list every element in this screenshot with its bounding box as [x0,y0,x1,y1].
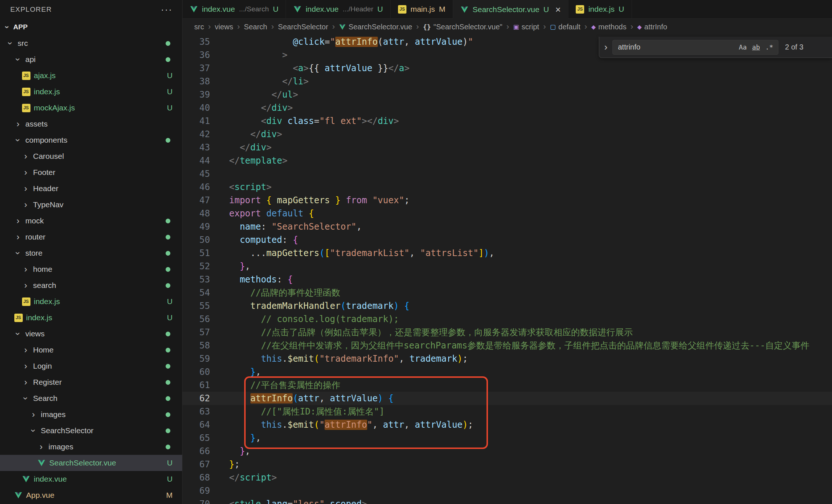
tree-item-app-vue[interactable]: App.vueM [0,487,182,503]
code-line-60[interactable]: 60 }, [182,365,832,379]
code-line-65[interactable]: 65 }, [182,431,832,445]
tree-item-typenav[interactable]: ›TypeNav [0,197,182,213]
tree-item-images[interactable]: ›images [0,406,182,423]
tree-item-router[interactable]: ›router [0,229,182,245]
code-line-54[interactable]: 54 //品牌的事件处理函数 [182,286,832,299]
code-line-68[interactable]: 68</script> [182,471,832,484]
code-line-53[interactable]: 53 methods: { [182,273,832,286]
code-line-37[interactable]: 37 <a>{{ attrValue }}</a> [182,62,832,75]
tree-item-search[interactable]: ›search [0,277,182,293]
tree-item-mockajax-js[interactable]: JSmockAjax.jsU [0,100,182,116]
tree-item-images[interactable]: ›images [0,439,182,455]
breadcrumb-item-attrinfo[interactable]: ◆attrInfo [637,23,668,31]
tree-item-home[interactable]: ›Home [0,342,182,358]
breadcrumb-label: methods [598,23,627,31]
tree-item-login[interactable]: ›Login [0,358,182,374]
code-line-56[interactable]: 56 // console.log(trademark); [182,313,832,326]
chevron-down-icon: › [29,426,38,436]
more-actions-icon[interactable]: ··· [161,4,173,15]
breadcrumb-item-script[interactable]: ▣script [513,23,539,31]
code-line-45[interactable]: 45 [182,167,832,180]
tree-item-index-js[interactable]: JSindex.jsU [0,84,182,100]
chevron-right-icon: › [21,346,31,354]
code-line-52[interactable]: 52 }, [182,260,832,273]
tree-item-searchselector[interactable]: ›SearchSelector [0,423,182,439]
line-content: <a>{{ attrValue }}</a> [210,62,409,75]
tree-item-carousel[interactable]: ›Carousel [0,148,182,164]
code-line-41[interactable]: 41 <div class="fl ext"></div> [182,114,832,128]
tree-item-label: search [33,281,56,290]
match-case-button[interactable]: Aa [736,41,749,53]
regex-button[interactable]: .* [763,41,776,53]
code-line-51[interactable]: 51 ...mapGetters(["trademarkList", "attr… [182,246,832,260]
tree-item-register[interactable]: ›Register [0,374,182,390]
code-line-43[interactable]: 43 </div> [182,141,832,154]
code-line-62[interactable]: 62 attrInfo(attr, attrValue) { [182,392,832,405]
code-line-59[interactable]: 59 this.$emit("trademarkInfo", trademark… [182,352,832,365]
tree-item-searchselector-vue[interactable]: SearchSelector.vueU [0,455,182,471]
line-content: //平台售卖属性的操作 [210,379,340,392]
code-line-40[interactable]: 40 </div> [182,101,832,114]
find-toggle-replace-icon[interactable]: › [599,41,612,53]
tab-index-vue-0[interactable]: index.vue.../SearchU [182,0,286,18]
breadcrumb-item-searchselector-vue[interactable]: {}"SearchSelector.vue" [423,23,502,31]
tab-main-js-2[interactable]: JSmain.jsM [391,0,453,18]
tree-item-assets[interactable]: ›assets [0,116,182,132]
code-line-48[interactable]: 48export default { [182,207,832,220]
tree-item-label: components [25,136,67,145]
code-line-49[interactable]: 49 name: "SearchSelector", [182,220,832,233]
code-line-64[interactable]: 64 this.$emit("attrInfo", attr, attrValu… [182,418,832,431]
code-line-39[interactable]: 39 </ul> [182,88,832,101]
explorer-section-app[interactable]: › APP [0,19,182,35]
code-line-67[interactable]: 67}; [182,458,832,471]
tree-item-index-js[interactable]: JSindex.jsU [0,310,182,326]
breadcrumb-item-search[interactable]: Search [244,23,267,31]
tree-item-home[interactable]: ›home [0,261,182,277]
breadcrumb-item-searchselector-vue[interactable]: SearchSelector.vue [339,23,412,31]
code-line-57[interactable]: 57 //点击了品牌（例如点击苹果），还是需要整理参数，向服务器发请求获取相应的… [182,326,832,339]
code-line-44[interactable]: 44</template> [182,154,832,167]
breadcrumb-item-views[interactable]: views [215,23,233,31]
tree-item-components[interactable]: ›components [0,132,182,148]
tree-item-index-vue[interactable]: index.vueU [0,471,182,487]
code-line-47[interactable]: 47import { mapGetters } from "vuex"; [182,194,832,207]
tab-label: main.js [410,5,435,14]
tree-item-header[interactable]: ›Header [0,180,182,197]
tree-item-label: Carousel [33,152,64,161]
code-editor[interactable]: 35 @click="attrInfo(attr, attrValue)"36 … [182,35,832,504]
code-line-63[interactable]: 63 //["属性ID:属性值:属性名"] [182,405,832,418]
code-line-66[interactable]: 66 }, [182,445,832,458]
code-line-70[interactable]: 70<style lang="less" scoped> [182,497,832,504]
tree-item-api[interactable]: ›api [0,51,182,67]
tree-item-ajax-js[interactable]: JSajax.jsU [0,67,182,84]
tab-searchselector-vue-3[interactable]: SearchSelector.vueU× [453,0,568,19]
tree-item-footer[interactable]: ›Footer [0,164,182,180]
tree-item-mock[interactable]: ›mock [0,213,182,229]
close-icon[interactable]: × [555,6,561,13]
tree-item-store[interactable]: ›store [0,245,182,261]
tree-item-views[interactable]: ›views [0,326,182,342]
tree-item-label: ajax.js [34,71,56,80]
code-line-38[interactable]: 38 </li> [182,75,832,88]
breadcrumb-item-searchselector[interactable]: SearchSelector [278,23,328,31]
code-line-58[interactable]: 58 //在父组件中发请求，因为父组件中searchParams参数是带给服务器… [182,339,832,352]
tree-item-src[interactable]: ›src [0,35,182,51]
breadcrumb-item-default[interactable]: ▢default [550,23,580,31]
line-content: }, [210,260,250,273]
breadcrumb-separator-icon: › [630,22,633,32]
code-line-42[interactable]: 42 </div> [182,128,832,141]
code-line-46[interactable]: 46<script> [182,180,832,194]
tree-item-search[interactable]: ›Search [0,390,182,406]
breadcrumb-item-src[interactable]: src [194,23,204,31]
line-number: 63 [182,405,210,418]
breadcrumb-item-methods[interactable]: ◆methods [591,23,626,31]
tree-item-index-js[interactable]: JSindex.jsU [0,293,182,310]
tab-index-vue-1[interactable]: index.vue.../HeaderU [286,0,391,18]
code-line-55[interactable]: 55 trademMarkHandler(trademark) { [182,299,832,313]
code-line-61[interactable]: 61 //平台售卖属性的操作 [182,379,832,392]
code-line-69[interactable]: 69 [182,484,832,497]
whole-word-button[interactable]: ab [749,41,763,53]
code-line-50[interactable]: 50 computed: { [182,233,832,246]
find-input[interactable] [617,43,736,52]
tab-index-js-4[interactable]: JSindex.jsU [568,0,632,18]
